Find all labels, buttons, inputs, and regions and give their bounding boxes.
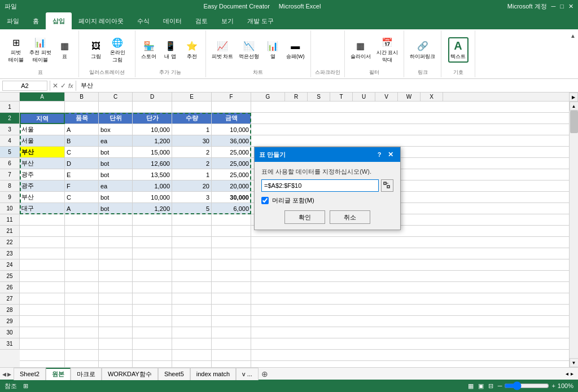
row-header-4[interactable]: 4 <box>0 135 20 147</box>
cell-C6[interactable]: bot <box>99 158 133 169</box>
cell-E11[interactable] <box>172 214 212 226</box>
cell-D20[interactable] <box>133 316 172 327</box>
cell-A16[interactable] <box>20 271 65 282</box>
cell-B13[interactable] <box>65 237 99 248</box>
row-header-25[interactable]: 25 <box>0 271 20 282</box>
cell-B19[interactable] <box>65 305 99 316</box>
col-header-B[interactable]: B <box>65 93 99 101</box>
cell-B9[interactable]: C <box>65 192 99 203</box>
cell-E22[interactable] <box>172 338 212 350</box>
online-picture-btn[interactable]: 🌐 온라인 그림 <box>107 34 128 65</box>
col-header-W[interactable]: W <box>398 93 421 101</box>
cell-A22[interactable] <box>20 338 65 350</box>
row-header-29[interactable]: 29 <box>0 316 20 327</box>
cell-D24[interactable] <box>133 361 172 367</box>
col-header-F[interactable]: F <box>212 93 251 101</box>
row-header-2[interactable]: 2 <box>0 113 20 124</box>
tab-review[interactable]: 검토 <box>189 12 214 29</box>
tab-nav-last[interactable]: ▸ <box>571 371 573 377</box>
dialog-help-icon[interactable]: ? <box>374 149 384 160</box>
row-header-11[interactable]: 11 <box>0 214 20 226</box>
cell-E17[interactable] <box>172 282 212 293</box>
tab-formula[interactable]: 수식 <box>130 12 156 29</box>
scroll-down-btn[interactable]: ▼ <box>570 358 579 367</box>
bar-chart-btn[interactable]: 📊 열 <box>262 38 283 61</box>
cell-F20[interactable] <box>212 316 251 327</box>
cell-B22[interactable] <box>65 338 99 350</box>
cell-F13[interactable] <box>212 237 251 248</box>
cell-F5[interactable]: 25,000 <box>212 147 251 158</box>
sheet-tab-indexmatch[interactable]: index match <box>190 368 236 380</box>
cell-C10[interactable]: bot <box>99 203 133 214</box>
row-header-26[interactable]: 26 <box>0 282 20 293</box>
cell-D19[interactable] <box>133 305 172 316</box>
view-normal-btn[interactable]: ▦ <box>468 382 474 390</box>
tab-insert[interactable]: 삽입 <box>46 12 72 29</box>
col-header-D[interactable]: D <box>133 93 172 101</box>
cell-A3[interactable]: 서울 <box>20 124 65 135</box>
cell-B4[interactable]: B <box>65 135 99 147</box>
cell-D23[interactable] <box>133 350 172 361</box>
cell-F16[interactable] <box>212 271 251 282</box>
cell-D3[interactable]: 10,000 <box>133 124 172 135</box>
row-header-9[interactable]: 9 <box>0 192 20 203</box>
cell-C13[interactable] <box>99 237 133 248</box>
cell-B17[interactable] <box>65 282 99 293</box>
cell-F23[interactable] <box>212 350 251 361</box>
cell-F7[interactable]: 25,000 <box>212 169 251 180</box>
tab-view[interactable]: 보기 <box>214 12 240 29</box>
slicer-btn[interactable]: ▦ 슬라이서 <box>348 38 373 61</box>
cell-E15[interactable] <box>172 259 212 271</box>
cell-A9[interactable]: 부산 <box>20 192 65 203</box>
view-layout-btn[interactable]: ▣ <box>478 382 484 390</box>
row-header-28[interactable]: 28 <box>0 305 20 316</box>
dialog-range-input[interactable] <box>261 179 379 192</box>
row-header-21[interactable]: 21 <box>0 226 20 237</box>
formula-input[interactable]: 부산 <box>78 81 576 91</box>
row-header-6[interactable]: 6 <box>0 158 20 169</box>
cell-F14[interactable] <box>212 248 251 259</box>
cell-A17[interactable] <box>20 282 65 293</box>
col-header-V[interactable]: V <box>375 93 398 101</box>
win-loss-btn[interactable]: ▬ 승패(W) <box>284 38 307 61</box>
cell-E5[interactable]: 2 <box>172 147 212 158</box>
recommend-btn[interactable]: ⭐ 추전 <box>182 38 202 61</box>
dialog-confirm-btn[interactable]: 확인 <box>284 210 325 224</box>
cell-B5[interactable]: C <box>65 147 99 158</box>
cell-B24[interactable] <box>65 361 99 367</box>
cell-A5[interactable]: 부산 <box>20 147 65 158</box>
cell-C1[interactable] <box>99 102 133 113</box>
scroll-track[interactable] <box>570 111 578 358</box>
minimize-btn[interactable]: ─ <box>551 3 556 10</box>
row-header-5[interactable]: 5 <box>0 147 20 158</box>
cell-F3[interactable]: 10,000 <box>212 124 251 135</box>
cell-B16[interactable] <box>65 271 99 282</box>
row-header-8[interactable]: 8 <box>0 180 20 192</box>
cell-F21[interactable] <box>212 327 251 338</box>
cell-C8[interactable]: ea <box>99 180 133 192</box>
cell-A1[interactable] <box>20 102 65 113</box>
col-header-C[interactable]: C <box>99 93 133 101</box>
cell-A10[interactable]: 대구 <box>20 203 65 214</box>
cell-E21[interactable] <box>172 327 212 338</box>
ribbon-collapse[interactable]: ▲ <box>570 30 576 77</box>
cell-F8[interactable]: 20,000 <box>212 180 251 192</box>
sheet-tab-wonbon[interactable]: 원본 <box>46 368 71 380</box>
dialog-range-selector-btn[interactable] <box>381 179 393 192</box>
tab-data[interactable]: 데이터 <box>156 12 189 29</box>
add-sheet-btn[interactable]: ⊕ <box>259 368 271 380</box>
cell-C18[interactable] <box>99 293 133 305</box>
cell-D17[interactable] <box>133 282 172 293</box>
cell-E1[interactable] <box>172 102 212 113</box>
cell-F9[interactable]: 30,000 <box>212 192 251 203</box>
cell-B14[interactable] <box>65 248 99 259</box>
cell-E8[interactable]: 20 <box>172 180 212 192</box>
cell-F1[interactable] <box>212 102 251 113</box>
cell-E23[interactable] <box>172 350 212 361</box>
cell-F19[interactable] <box>212 305 251 316</box>
cell-D18[interactable] <box>133 293 172 305</box>
cell-C5[interactable]: bot <box>99 147 133 158</box>
cell-F6[interactable]: 25,000 <box>212 158 251 169</box>
cell-B2[interactable]: 품목 <box>65 113 99 124</box>
confirm-formula-icon[interactable]: ✓ <box>60 82 66 90</box>
